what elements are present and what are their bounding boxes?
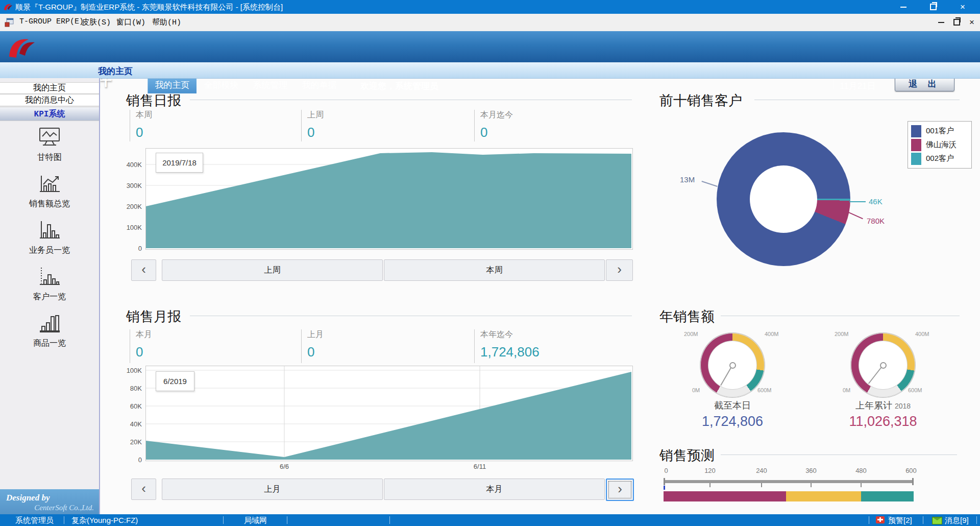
customer-bars-icon: [38, 266, 61, 286]
monthly-stat-year-to-date: 本年迄今 1,724,806: [474, 329, 633, 363]
legend-swatch-teal: [911, 153, 921, 165]
minimize-icon[interactable]: [892, 0, 915, 14]
sidebar: 我的主页 我的消息中心 KPI系统 甘特图 销售额总览: [0, 78, 100, 514]
sidebar-item-sales-total[interactable]: 销售额总览: [0, 173, 99, 209]
medkit-icon: [876, 516, 885, 523]
monthly-stat-this-month: 本月 0: [130, 329, 299, 363]
forecast-segment-magenta: [664, 491, 786, 501]
chevron-left-icon: ‹: [141, 269, 146, 271]
annual-title-rule: [721, 316, 960, 316]
menu-help[interactable]: 帮助(H): [152, 17, 181, 27]
customers-donut-chart[interactable]: [717, 132, 850, 266]
header-date: 11月21日: [840, 80, 876, 92]
monthly-section-title: 销售月报: [126, 307, 181, 326]
window-title: 顺景『T-GROUP』制造业ERP系统 - 东莞顺景软件科技有限公司 - [系统…: [15, 3, 283, 12]
legend-item-foshan: 佛山海沃: [911, 138, 968, 152]
daily-ytick: 200K: [111, 203, 142, 210]
gauge-last-year-caption: 上年累计 2018: [827, 399, 939, 412]
legend-item-001: 001客户: [911, 124, 968, 138]
status-host: 复杂(Young-PC:FZ): [71, 516, 138, 525]
customers-title-rule: [754, 100, 960, 100]
designed-by-text: Designed by: [6, 493, 50, 503]
daily-section-title: 销售日报: [126, 91, 181, 110]
envelope-icon: [932, 517, 942, 524]
tab-my-docs[interactable]: 我的单据: [295, 77, 344, 93]
daily-area-chart[interactable]: 2019/7/18: [145, 148, 633, 250]
monthly-ytick: 100K: [111, 367, 142, 374]
forecast-section-title: 销售预测: [659, 446, 715, 465]
customers-section-title: 前十销售客户: [659, 91, 742, 110]
gauge-hub: [880, 362, 887, 369]
sidebar-item-customer[interactable]: 客户一览: [0, 266, 99, 302]
forecast-title-rule: [721, 455, 957, 455]
tab-all-modules[interactable]: 全部模块: [197, 77, 246, 93]
salesman-bars-icon: [38, 220, 61, 240]
app-header: 顺景软件 我的主页 全部模块 系统管理 我的单据 欢迎您，系统管理员 11月21…: [0, 31, 980, 62]
tab-system-mgmt[interactable]: 系统管理: [246, 77, 295, 93]
daily-stat-this-week: 本周 0: [130, 110, 299, 141]
monthly-ytick: 20K: [111, 438, 142, 446]
gauge-last-year: 0M 200M 400M 600M: [851, 333, 915, 397]
sidebar-item-product[interactable]: 商品一览: [0, 313, 99, 349]
menu-tgroup-erp[interactable]: T-GROUP ERP(E): [19, 17, 84, 26]
breadcrumb: 我的主页: [98, 65, 133, 77]
daily-last-week-button[interactable]: 上周: [162, 259, 383, 281]
daily-chart-tooltip: 2019/7/18: [156, 153, 203, 173]
monthly-title-rule: [190, 316, 632, 316]
sales-total-chart-icon: [38, 173, 61, 194]
forecast-segment-teal: [861, 491, 914, 501]
app-logo-icon: [3, 2, 13, 12]
legend-swatch-blue: [911, 125, 921, 137]
status-network: 局域网: [244, 516, 267, 525]
gauge-today: 0M 200M 400M 600M: [700, 333, 765, 397]
mdi-minimize-icon[interactable]: [935, 15, 947, 29]
status-message[interactable]: 消息[9]: [945, 516, 969, 525]
monthly-chart-tooltip: 6/2019: [156, 371, 194, 391]
daily-title-rule: [190, 100, 632, 100]
menu-bar: T-GROUP ERP(E) 皮肤(S) 窗口(W) 帮助(H) ×: [0, 14, 980, 32]
monthly-stat-last-month: 上月 0: [301, 329, 471, 363]
mdi-restore-icon[interactable]: [950, 15, 963, 29]
daily-stat-month-to-date: 本月迄今 0: [474, 110, 633, 141]
annual-section-title: 年销售额: [659, 307, 715, 326]
daily-this-week-button[interactable]: 本周: [384, 259, 605, 281]
gauge-last-year-value: 11,026,318: [822, 414, 944, 429]
sidebar-item-salesman[interactable]: 业务员一览: [0, 220, 99, 256]
monthly-ytick: 40K: [111, 420, 142, 428]
daily-next-arrow-button[interactable]: ›: [606, 259, 633, 281]
legend-item-002: 002客户: [911, 152, 968, 165]
welcome-text: 欢迎您，系统管理员: [360, 80, 438, 92]
gauge-year: 2018: [895, 402, 911, 410]
company-text: CenterSoft Co.,Ltd.: [34, 504, 94, 512]
monthly-prev-arrow-button[interactable]: ‹: [131, 479, 156, 500]
monthly-this-month-button[interactable]: 本月: [384, 479, 605, 500]
donut-hole: [750, 165, 817, 233]
forecast-segment-yellow: [786, 491, 861, 501]
menu-skin[interactable]: 皮肤(S): [82, 17, 111, 27]
menu-window[interactable]: 窗口(W): [116, 17, 145, 27]
sidebar-item-my-home[interactable]: 我的主页: [0, 82, 99, 94]
status-alert[interactable]: 预警[2]: [888, 516, 912, 525]
forecast-value-marker: [664, 486, 665, 490]
sidebar-item-message-center[interactable]: 我的消息中心: [0, 94, 99, 106]
sidebar-item-gantt[interactable]: 甘特图: [0, 127, 99, 163]
gauge-hub: [729, 362, 736, 369]
restore-icon[interactable]: [921, 0, 945, 14]
mdi-close-icon[interactable]: ×: [966, 15, 978, 29]
sidebar-item-kpi-system[interactable]: KPI系统: [0, 107, 99, 121]
close-icon[interactable]: ×: [951, 0, 974, 14]
chevron-right-icon: ›: [618, 489, 622, 491]
forecast-ruler: [664, 480, 914, 483]
forecast-ruler-endcap: [912, 478, 914, 485]
status-user: 系统管理员: [15, 516, 54, 525]
daily-stat-last-week: 上周 0: [301, 110, 471, 141]
mdi-app-icon: [5, 18, 14, 27]
breadcrumb-bar: 我的主页: [0, 62, 980, 79]
title-bar: 顺景『T-GROUP』制造业ERP系统 - 东莞顺景软件科技有限公司 - [系统…: [0, 0, 980, 14]
daily-prev-arrow-button[interactable]: ‹: [131, 259, 156, 281]
gauge-today-caption: 截至本日: [676, 399, 789, 412]
monthly-area-chart[interactable]: 6/2019: [145, 366, 633, 461]
monthly-last-month-button[interactable]: 上月: [162, 479, 383, 500]
monthly-next-arrow-button[interactable]: ›: [606, 479, 634, 501]
chevron-left-icon: ‹: [141, 488, 146, 490]
